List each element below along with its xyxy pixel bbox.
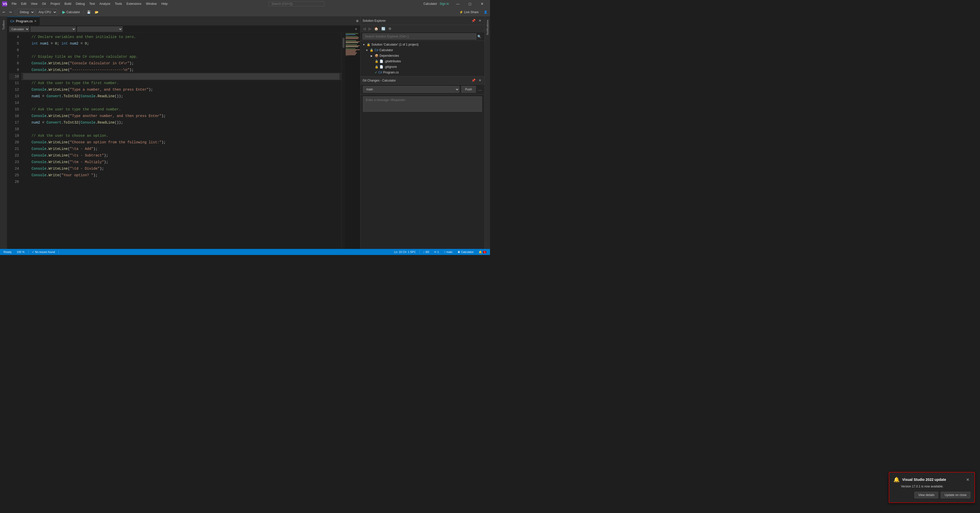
issues-label: No issues found <box>35 251 55 254</box>
git-more-button[interactable]: … <box>478 87 482 92</box>
branch-selector[interactable]: main <box>363 86 459 93</box>
encoding-value: SPC <box>410 251 416 254</box>
tree-view: ▼ 🔒 Solution 'Calculator' (1 of 1 projec… <box>361 41 484 76</box>
menu-help[interactable]: Help <box>159 2 170 6</box>
toolbox-label: Toolbox <box>2 20 5 30</box>
branch-status[interactable]: ⑂ main <box>442 249 454 255</box>
code-line-6 <box>21 47 342 53</box>
pen-icon: ✏ <box>434 251 436 254</box>
code-line-23: Console.WriteLine("\tm - Multiply"); <box>21 159 342 165</box>
menu-edit[interactable]: Edit <box>19 2 29 6</box>
live-share-button[interactable]: ⚡ Live Share <box>457 10 481 15</box>
back-icon[interactable]: ◁ <box>362 26 367 31</box>
menu-debug[interactable]: Debug <box>74 2 87 6</box>
git-changes-status[interactable]: ↕ 3/0 <box>422 249 431 255</box>
restore-button[interactable]: ◻ <box>464 0 476 8</box>
scrollbar-thumb[interactable] <box>342 38 345 48</box>
code-line-10 <box>21 73 342 80</box>
lock-icon-gitattr: 🔒 <box>375 59 379 63</box>
menu-file[interactable]: File <box>10 2 19 6</box>
notif-count: 1 <box>483 251 487 254</box>
lock-icon-gitignore: 🔒 <box>375 65 379 68</box>
window-controls: — ◻ ✕ <box>452 0 488 8</box>
redo-button[interactable]: ↪ <box>8 10 13 15</box>
position-value: Ln: 10 <box>394 251 402 254</box>
profile-button[interactable]: 👤 <box>482 10 489 15</box>
tree-item-gitignore[interactable]: ▶ 🔒 📄 .gitignore <box>361 64 484 70</box>
menu-view[interactable]: View <box>29 2 40 6</box>
git-message-input[interactable] <box>363 97 482 112</box>
ready-label: Ready <box>3 251 12 254</box>
method-selector[interactable] <box>30 26 76 32</box>
code-line-16: Console.WriteLine("Type another number, … <box>21 113 342 119</box>
tree-label-programcs: Program.cs <box>383 71 399 74</box>
close-tab-icon[interactable]: ✕ <box>34 19 37 23</box>
close-button[interactable]: ✕ <box>476 0 488 8</box>
check-icon: ✓ <box>32 251 34 254</box>
deps-icon: 📦 <box>375 54 379 57</box>
menu-tools[interactable]: Tools <box>113 2 124 6</box>
toolbar-separator-3 <box>83 10 84 15</box>
tab-program-cs[interactable]: C# Program.cs ✕ <box>7 17 40 25</box>
sync-icon[interactable]: 🔄 <box>380 26 387 31</box>
git-close-icon[interactable]: ✕ <box>477 78 482 83</box>
menu-build[interactable]: Build <box>62 2 73 6</box>
close-panel-icon[interactable]: ✕ <box>477 18 482 23</box>
ready-status[interactable]: Ready <box>2 249 13 255</box>
tab-label: Program.cs <box>16 19 33 23</box>
push-button[interactable]: Push <box>461 86 476 93</box>
forward-icon[interactable]: ▷ <box>368 26 372 31</box>
code-content[interactable]: // Declare variables and then initialize… <box>21 33 342 249</box>
git-pin-icon[interactable]: 📌 <box>471 78 477 83</box>
title-area: Calculator Sign in <box>423 2 449 6</box>
play-icon: ▶ <box>62 10 65 14</box>
zoom-status[interactable]: 100 % <box>15 249 26 255</box>
editor-scrollbar[interactable] <box>342 33 345 249</box>
editor-area: C# Program.cs ✕ ⚙ Calculator + 4 5 <box>7 17 360 249</box>
project-status[interactable]: 🖩 Calculator <box>456 249 475 255</box>
settings-icon[interactable]: ⚙ <box>355 19 360 24</box>
menu-window[interactable]: Window <box>144 2 159 6</box>
solution-explorer-title: Solution Explorer <box>363 19 469 22</box>
home-icon[interactable]: 🏠 <box>373 26 379 31</box>
tree-item-calculator[interactable]: ▼ 🔒 C# Calculator <box>361 48 484 53</box>
toolbar: ↩ ↪ Debug Any CPU ▶ Calculator 💾 📂 ⚡ Liv… <box>0 8 490 17</box>
tree-item-programcs[interactable]: ▶ ✓ C# Program.cs <box>361 70 484 75</box>
code-editor[interactable]: 4 5 6 7 8 9 10 11 12 13 14 15 16 17 18 1… <box>7 33 360 249</box>
class-selector[interactable]: Calculator <box>9 26 29 32</box>
add-nav-button[interactable]: + <box>354 27 358 32</box>
menu-project[interactable]: Project <box>48 2 62 6</box>
save-button[interactable]: 💾 <box>85 10 92 15</box>
tree-item-dependencies[interactable]: ▶ 📦 Dependencies <box>361 53 484 59</box>
position-status[interactable]: Ln: 10 Ch: 1 SPC <box>393 249 418 255</box>
menu-test[interactable]: Test <box>88 2 97 6</box>
settings-icon-se[interactable]: ⚙ <box>387 26 393 31</box>
notification-status[interactable]: 🔔 1 <box>477 249 488 255</box>
menu-git[interactable]: Git <box>40 2 48 6</box>
pen-count: 1 <box>437 251 439 254</box>
open-button[interactable]: 📂 <box>93 10 100 15</box>
tree-item-solution[interactable]: ▼ 🔒 Solution 'Calculator' (1 of 1 projec… <box>361 42 484 48</box>
run-button[interactable]: ▶ Calculator <box>61 9 81 15</box>
config-selector[interactable]: Debug <box>17 9 35 16</box>
tree-item-gitattributes[interactable]: ▶ 🔒 📄 .gitattributes <box>361 59 484 64</box>
search-icon[interactable]: 🔍 <box>476 34 482 39</box>
pen-status[interactable]: ✏ 1 <box>433 249 440 255</box>
pin-icon[interactable]: 📌 <box>471 18 477 23</box>
search-input[interactable] <box>269 1 324 6</box>
status-sep-1 <box>28 250 29 254</box>
bell-status-icon: 🔔 <box>479 251 482 254</box>
se-search-input[interactable] <box>363 33 476 40</box>
file-icon-gitignore: 📄 <box>380 65 383 68</box>
sign-in[interactable]: Sign in <box>439 2 449 6</box>
issues-status[interactable]: ✓ No issues found <box>30 249 57 255</box>
platform-selector[interactable]: Any CPU <box>36 9 57 16</box>
minimize-button[interactable]: — <box>452 0 464 8</box>
menu-analyze[interactable]: Analyze <box>97 2 113 6</box>
project-name: Calculator <box>461 251 474 254</box>
scope-selector[interactable] <box>77 26 123 32</box>
undo-button[interactable]: ↩ <box>1 10 6 15</box>
tree-arrow-solution: ▼ <box>363 43 366 46</box>
menu-extensions[interactable]: Extensions <box>124 2 143 6</box>
code-line-19: // Ask the user to choose an option. <box>21 132 342 139</box>
